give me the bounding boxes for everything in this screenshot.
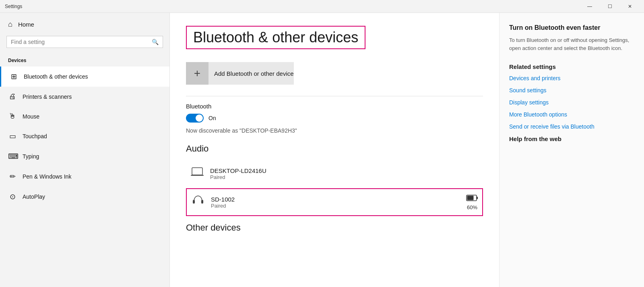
sidebar-item-typing[interactable]: ⌨ Typing	[0, 146, 169, 166]
sidebar-item-pen[interactable]: ✏ Pen & Windows Ink	[0, 166, 169, 187]
search-input[interactable]	[11, 39, 152, 45]
device-status-desktop: Paired	[210, 174, 479, 180]
tip-text: To turn Bluetooth on or off without open…	[509, 36, 634, 52]
audio-title: Audio	[186, 144, 483, 154]
device-item-sd1002[interactable]: SD-1002 Paired 60%	[186, 188, 483, 216]
bluetooth-label: Bluetooth	[186, 103, 483, 110]
discoverable-text: Now discoverable as "DESKTOP-EBA92H3"	[186, 127, 483, 134]
add-icon: +	[186, 62, 208, 85]
link-more-bluetooth[interactable]: More Bluetooth options	[509, 111, 634, 118]
home-icon: ⌂	[8, 20, 12, 29]
battery-info: 60%	[466, 194, 478, 210]
sidebar-item-typing-label: Typing	[23, 153, 39, 160]
app-title: Settings	[5, 4, 22, 9]
svg-rect-3	[201, 200, 203, 204]
bluetooth-section: Bluetooth On Now discoverable as "DESKTO…	[186, 103, 483, 134]
link-sound-settings[interactable]: Sound settings	[509, 87, 634, 94]
svg-rect-2	[193, 200, 195, 204]
svg-rect-5	[467, 195, 474, 200]
titlebar: Settings — ☐ ✕	[0, 0, 644, 13]
pen-icon: ✏	[8, 172, 17, 181]
touchpad-icon: ▭	[8, 132, 17, 141]
sidebar-item-autoplay-label: AutoPlay	[23, 193, 45, 200]
svg-rect-0	[192, 168, 202, 175]
sidebar-item-touchpad[interactable]: ▭ Touchpad	[0, 126, 169, 146]
add-device-button[interactable]: + Add Bluetooth or other device	[186, 62, 294, 85]
close-button[interactable]: ✕	[621, 0, 639, 13]
window-controls: — ☐ ✕	[580, 0, 639, 13]
bluetooth-toggle[interactable]	[186, 114, 204, 123]
device-info-desktop: DESKTOP-LD2416U Paired	[210, 167, 479, 180]
sidebar-home[interactable]: ⌂ Home	[0, 13, 169, 36]
sidebar-section-devices: Devices	[0, 54, 169, 67]
help-title: Help from the web	[509, 135, 634, 142]
section-divider-1	[186, 96, 483, 96]
sidebar-item-pen-label: Pen & Windows Ink	[23, 173, 71, 180]
svg-rect-1	[191, 175, 204, 176]
home-label: Home	[18, 21, 34, 28]
link-send-receive[interactable]: Send or receive files via Bluetooth	[509, 123, 634, 130]
printer-icon: 🖨	[8, 92, 17, 101]
other-devices-title: Other devices	[186, 223, 483, 233]
device-info-sd1002: SD-1002 Paired	[211, 196, 460, 209]
sidebar-item-bluetooth-label: Bluetooth & other devices	[24, 73, 88, 80]
related-settings-title: Related settings	[509, 63, 634, 70]
sidebar-item-bluetooth[interactable]: ⊞ Bluetooth & other devices	[0, 67, 169, 87]
battery-icon	[466, 194, 478, 204]
sidebar-item-printers[interactable]: 🖨 Printers & scanners	[0, 87, 169, 106]
link-devices-printers[interactable]: Devices and printers	[509, 75, 634, 81]
typing-icon: ⌨	[8, 152, 17, 161]
page-title: Bluetooth & other devices	[193, 29, 358, 46]
right-panel: Turn on Bluetooth even faster To turn Bl…	[499, 13, 644, 287]
autoplay-icon: ⊙	[8, 192, 17, 201]
main-layout: ⌂ Home 🔍 Devices ⊞ Bluetooth & other dev…	[0, 13, 644, 287]
search-box: 🔍	[6, 36, 163, 48]
sidebar: ⌂ Home 🔍 Devices ⊞ Bluetooth & other dev…	[0, 13, 170, 287]
device-name-sd1002: SD-1002	[211, 196, 460, 203]
maximize-button[interactable]: ☐	[601, 0, 619, 13]
device-status-sd1002: Paired	[211, 203, 460, 209]
toggle-on-label: On	[208, 115, 216, 121]
toggle-row: On	[186, 114, 483, 123]
add-device-label: Add Bluetooth or other device	[214, 70, 294, 77]
battery-percentage: 60%	[467, 204, 477, 210]
sidebar-item-mouse[interactable]: 🖱 Mouse	[0, 106, 169, 126]
link-display-settings[interactable]: Display settings	[509, 99, 634, 106]
device-item-desktop[interactable]: DESKTOP-LD2416U Paired	[186, 160, 483, 187]
search-icon: 🔍	[152, 39, 159, 45]
laptop-icon	[190, 165, 204, 182]
sidebar-item-autoplay[interactable]: ⊙ AutoPlay	[0, 187, 169, 207]
bluetooth-icon: ⊞	[9, 72, 18, 81]
sidebar-item-printers-label: Printers & scanners	[23, 94, 72, 100]
page-title-box: Bluetooth & other devices	[186, 26, 365, 49]
sidebar-item-mouse-label: Mouse	[23, 113, 39, 120]
headset-icon	[191, 194, 205, 210]
content-area: Bluetooth & other devices + Add Bluetoot…	[170, 13, 499, 287]
sidebar-item-touchpad-label: Touchpad	[23, 133, 47, 139]
tip-title: Turn on Bluetooth even faster	[509, 24, 634, 31]
mouse-icon: 🖱	[8, 112, 17, 121]
minimize-button[interactable]: —	[580, 0, 599, 13]
audio-section: Audio DESKTOP-LD2416U Paired	[186, 144, 483, 216]
device-name-desktop: DESKTOP-LD2416U	[210, 167, 479, 174]
svg-rect-6	[477, 197, 478, 199]
